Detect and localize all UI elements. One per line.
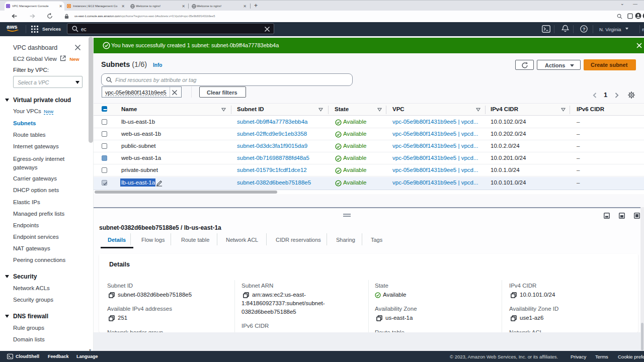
svg-text:?: ? xyxy=(583,26,586,32)
svg-text:aws: aws xyxy=(7,24,18,30)
